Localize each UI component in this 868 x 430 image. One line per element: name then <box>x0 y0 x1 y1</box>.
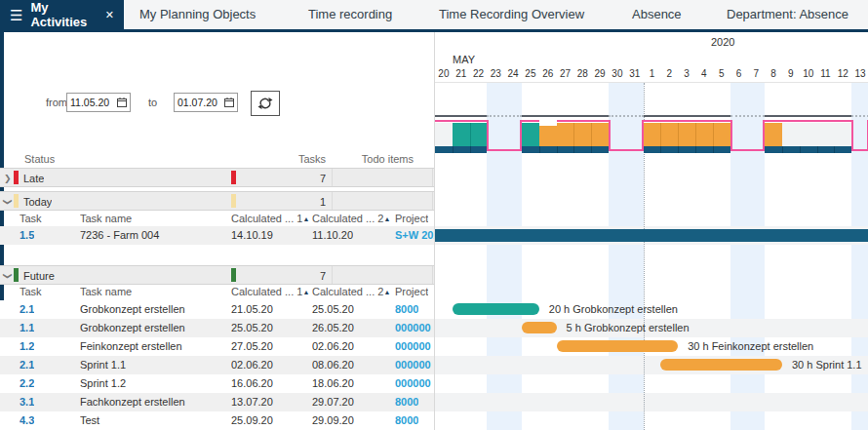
table-header-row: Status Tasks Todo items <box>0 151 434 167</box>
chevron-down-icon[interactable]: ❯ <box>1 198 15 206</box>
baseline-strip <box>470 146 488 153</box>
day-label: 29 <box>591 68 609 81</box>
day-label: 8 <box>765 68 782 81</box>
sort-asc-icon[interactable]: ▲ <box>302 215 309 222</box>
task-row[interactable]: 2.1Sprint 1.102.06.2008.06.20000000 <box>0 356 434 374</box>
gantt-bar-label: 30 h Feinkonzept erstellen <box>688 340 813 352</box>
tab-my-activities[interactable]: ☰ My Activities ✕ <box>0 0 124 29</box>
task-number-link[interactable]: 1.2 <box>20 337 34 356</box>
calculated-date-2: 29.07.20 <box>312 393 354 411</box>
from-date-value: 11.05.20 <box>70 97 109 108</box>
calculated-date-2: 25.05.20 <box>312 300 354 319</box>
task-row[interactable]: 4.3Test25.09.2029.09.208000 <box>0 411 434 430</box>
task-number-link[interactable]: 2.1 <box>20 356 34 374</box>
baseline-strip <box>678 146 695 153</box>
gantt-task-bar[interactable] <box>557 340 679 352</box>
sub-col-1[interactable]: Task <box>20 212 42 226</box>
task-row[interactable]: 2.1Grobkonzept erstellen21.05.2025.05.20… <box>0 300 434 319</box>
baseline-strip <box>539 146 557 153</box>
calculated-date-1: 21.05.20 <box>231 300 273 319</box>
task-row[interactable]: 1.57236 - Farm 00414.10.1911.10.20S+W 20… <box>0 226 434 245</box>
task-number-link[interactable]: 1.5 <box>20 226 34 245</box>
histogram-empty-day <box>782 123 800 146</box>
calendar-icon[interactable] <box>224 98 234 107</box>
histogram-bar-orange <box>573 123 591 146</box>
baseline-strip <box>644 146 661 153</box>
gantt-task-bar[interactable] <box>453 303 539 315</box>
sub-col-5[interactable]: Project <box>395 285 428 299</box>
col-status[interactable]: Status <box>24 151 55 167</box>
gantt-task-bar[interactable] <box>522 322 557 333</box>
chevron-right-icon[interactable]: ❯ <box>4 172 12 185</box>
baseline-strip <box>591 146 609 153</box>
sub-col-3[interactable]: Calculated ... 1▲ <box>231 212 309 226</box>
calendar-icon[interactable] <box>117 98 127 107</box>
project-link[interactable]: 000000 <box>395 356 431 374</box>
task-row[interactable]: 1.1Grobkonzept erstellen25.05.2026.05.20… <box>0 319 434 337</box>
refresh-icon <box>257 97 273 110</box>
project-link[interactable]: 8000 <box>395 300 418 319</box>
task-name: Sprint 1.1 <box>80 356 226 374</box>
chevron-down-icon[interactable]: ❯ <box>1 272 15 280</box>
nav-tab-time-recording-overview[interactable]: Time Recording Overview <box>439 0 584 29</box>
nav-tab-time-recording[interactable]: Time recording <box>308 0 392 29</box>
sort-asc-icon[interactable]: ▲ <box>383 215 390 222</box>
column-divider <box>332 169 333 186</box>
task-number-link[interactable]: 4.3 <box>20 411 34 430</box>
sub-col-2[interactable]: Task name <box>80 212 132 226</box>
sub-col-4[interactable]: Calculated ... 2▲ <box>312 285 390 299</box>
from-date-input[interactable]: 11.05.20 <box>66 93 131 112</box>
group-label: Future <box>23 266 55 286</box>
project-link[interactable]: 000000 <box>395 337 431 356</box>
sub-col-1[interactable]: Task <box>20 285 42 299</box>
project-link[interactable]: 000000 <box>395 374 431 393</box>
col-tasks[interactable]: Tasks <box>231 151 326 167</box>
sort-asc-icon[interactable]: ▲ <box>302 289 309 295</box>
col-todo-items[interactable]: Todo items <box>332 151 414 167</box>
baseline-strip <box>557 146 574 153</box>
task-table: Status Tasks Todo items ❯Late7❯Today1Tas… <box>0 151 434 430</box>
group-row-late[interactable]: ❯Late7 <box>0 168 434 187</box>
task-number-link[interactable]: 2.2 <box>20 374 34 393</box>
summary-task-bar[interactable] <box>435 229 868 242</box>
calculated-date-1: 02.06.20 <box>231 356 273 374</box>
project-link[interactable]: 000000 <box>395 319 431 337</box>
group-row-today[interactable]: ❯Today1 <box>0 191 434 211</box>
to-date-input[interactable]: 01.07.20 <box>174 93 238 112</box>
task-row[interactable]: 3.1Fachkonzept erstellen13.07.2029.07.20… <box>0 393 434 411</box>
task-number-link[interactable]: 1.1 <box>20 319 34 337</box>
sub-col-3[interactable]: Calculated ... 1▲ <box>231 285 309 299</box>
gantt-task-bar[interactable] <box>660 359 782 371</box>
baseline-strip <box>435 146 453 153</box>
day-label: 4 <box>695 68 713 81</box>
close-icon[interactable]: ✕ <box>105 9 114 21</box>
sub-col-2[interactable]: Task name <box>80 285 132 299</box>
task-number-link[interactable]: 2.1 <box>20 300 34 319</box>
project-link[interactable]: 8000 <box>395 393 418 411</box>
baseline-strip <box>695 146 713 153</box>
project-link[interactable]: 8000 <box>395 411 418 430</box>
task-number-link[interactable]: 3.1 <box>20 393 34 411</box>
task-row[interactable]: 2.2Sprint 1.216.06.2018.06.20000000 <box>0 374 434 393</box>
nav-tab-department-absence[interactable]: Department: Absence <box>727 0 848 29</box>
baseline-strip <box>765 146 782 153</box>
day-label: 23 <box>487 68 504 81</box>
capacity-top-line <box>765 115 851 117</box>
histogram-empty-day <box>800 123 817 146</box>
calculated-date-1: 13.07.20 <box>231 393 273 411</box>
nav-tab-my-planning-objects[interactable]: My Planning Objects <box>139 0 256 29</box>
sub-col-5[interactable]: Project <box>395 212 428 226</box>
calculated-date-2: 29.09.20 <box>312 411 354 430</box>
sub-col-4[interactable]: Calculated ... 2▲ <box>312 212 390 226</box>
calculated-date-1: 27.05.20 <box>231 337 273 356</box>
group-row-future[interactable]: ❯Future7 <box>0 265 434 285</box>
task-name: Fachkonzept erstellen <box>80 393 226 411</box>
nav-tab-absence[interactable]: Absence <box>632 0 682 29</box>
refresh-button[interactable] <box>251 91 280 116</box>
task-row[interactable]: 1.2Feinkonzept erstellen27.05.2002.06.20… <box>0 337 434 356</box>
status-chip <box>14 194 19 208</box>
day-label: 3 <box>678 68 695 81</box>
sort-asc-icon[interactable]: ▲ <box>383 289 390 295</box>
menu-icon[interactable]: ☰ <box>10 8 22 22</box>
top-nav-bar: ☰ My Activities ✕ My Planning ObjectsTim… <box>0 0 868 32</box>
